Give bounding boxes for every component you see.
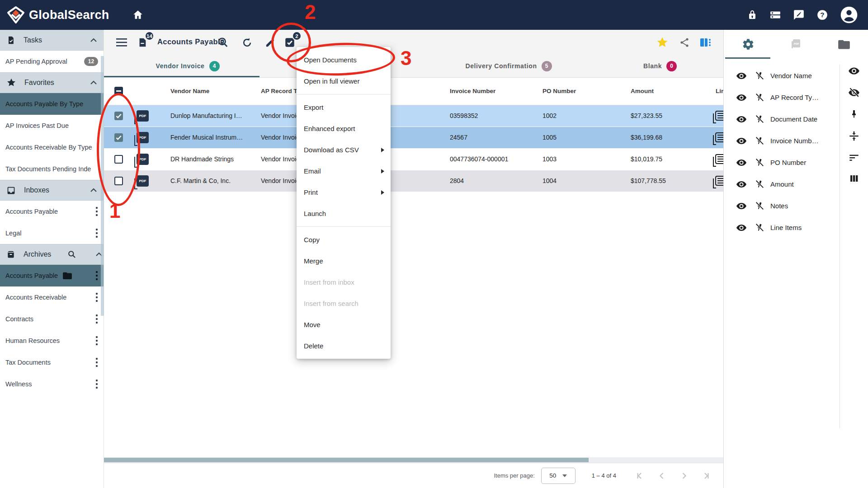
user-avatar[interactable]: [840, 6, 858, 24]
home-button[interactable]: [132, 9, 144, 21]
menu-item-download-csv[interactable]: Download as CSV: [297, 139, 391, 160]
sidebar-section-tasks[interactable]: Tasks: [0, 30, 104, 51]
table-row[interactable]: PDF Fender Musical Instrum… Vendor Invoi…: [104, 127, 723, 149]
sidebar-item-inbox-accounts-payable[interactable]: Accounts Payable: [0, 201, 104, 222]
search-again-button[interactable]: [216, 36, 230, 49]
kebab-menu-icon[interactable]: [95, 271, 98, 281]
row-checkbox-checked[interactable]: [114, 133, 123, 142]
share-button[interactable]: [678, 36, 691, 49]
vertical-align-center-icon[interactable]: [848, 130, 860, 142]
sidebar-item-inbox-legal[interactable]: Legal: [0, 222, 104, 244]
feedback-icon[interactable]: [793, 9, 805, 21]
menu-item-delete[interactable]: Delete: [297, 335, 391, 357]
sidebar-item-ap-pending-approval[interactable]: AP Pending Approval 12: [0, 51, 104, 72]
menu-item-enhanced-export[interactable]: Enhanced export: [297, 118, 391, 139]
column-header-vendor-name[interactable]: Vendor Name: [170, 88, 209, 94]
visibility-eye-icon[interactable]: [736, 179, 747, 190]
column-header-amount[interactable]: Amount: [631, 88, 654, 94]
sidebar-item-accounts-payable-by-type[interactable]: Accounts Payable By Type: [0, 93, 104, 115]
visibility-eye-icon[interactable]: [736, 157, 747, 168]
sidebar-item-archive-wellness[interactable]: Wellness: [0, 373, 104, 395]
show-all-eye-icon[interactable]: [848, 65, 860, 77]
menu-item-print[interactable]: Print: [297, 182, 391, 203]
line-items-icon[interactable]: [715, 111, 723, 121]
pin-off-icon[interactable]: [755, 136, 764, 146]
visibility-eye-icon[interactable]: [736, 136, 747, 146]
menu-hamburger-button[interactable]: [115, 36, 128, 49]
kebab-menu-icon[interactable]: [95, 357, 98, 367]
sidebar-section-archives[interactable]: Archives: [0, 244, 104, 265]
sidebar-section-favorites[interactable]: Favorites: [0, 72, 104, 93]
menu-item-export[interactable]: Export: [297, 97, 391, 118]
hide-all-eye-off-icon[interactable]: [848, 87, 860, 99]
pdf-document-icon[interactable]: PDF: [137, 132, 149, 143]
sort-lines-icon[interactable]: [848, 151, 860, 163]
menu-item-email[interactable]: Email: [297, 160, 391, 182]
row-checkbox-unchecked[interactable]: [114, 177, 123, 185]
page-size-select[interactable]: 50: [541, 468, 576, 484]
line-items-icon[interactable]: [715, 176, 723, 186]
visibility-eye-icon[interactable]: [736, 201, 747, 211]
help-icon[interactable]: ?: [816, 9, 828, 21]
sidebar-section-inboxes[interactable]: Inboxes: [0, 180, 104, 201]
column-view-button[interactable]: [699, 36, 712, 49]
pin-off-icon[interactable]: [755, 201, 764, 211]
tab-field-settings-gear-icon[interactable]: [740, 36, 756, 52]
menu-item-open-full-viewer[interactable]: Open in full viewer: [297, 70, 391, 92]
kebab-menu-icon[interactable]: [95, 336, 98, 346]
sidebar-item-accounts-receivable-by-type[interactable]: Accounts Receivable By Type: [0, 136, 104, 158]
selected-documents-button[interactable]: 2: [283, 36, 297, 49]
line-items-icon[interactable]: [715, 154, 723, 164]
kebab-menu-icon[interactable]: [95, 379, 98, 389]
kebab-menu-icon[interactable]: [95, 228, 98, 238]
menu-item-open-documents[interactable]: Open Documents: [297, 49, 391, 70]
edit-pencil-button[interactable]: [263, 36, 277, 49]
kebab-menu-icon[interactable]: [95, 292, 98, 302]
menu-item-move[interactable]: Move: [297, 314, 391, 335]
pdf-document-icon[interactable]: PDF: [137, 154, 149, 165]
last-page-button[interactable]: [701, 470, 712, 481]
visibility-eye-icon[interactable]: [736, 222, 747, 233]
scrollbar-thumb[interactable]: [104, 458, 589, 462]
menu-item-copy[interactable]: Copy: [297, 229, 391, 250]
sidebar-item-archive-tax-documents[interactable]: Tax Documents: [0, 352, 104, 373]
tab-delivery-confirmation[interactable]: Delivery Confirmation 5: [448, 54, 570, 78]
pdf-document-icon[interactable]: PDF: [137, 110, 149, 122]
row-checkbox-unchecked[interactable]: [114, 155, 123, 164]
kebab-menu-icon[interactable]: [95, 314, 98, 324]
lock-icon[interactable]: [747, 9, 758, 20]
sidebar-item-archive-contracts[interactable]: Contracts: [0, 308, 104, 330]
favorite-star-button[interactable]: [656, 36, 669, 49]
search-icon[interactable]: [67, 250, 76, 259]
tab-folder-icon[interactable]: [836, 36, 852, 52]
results-count-button[interactable]: 14: [136, 36, 149, 49]
visibility-eye-icon[interactable]: [736, 114, 747, 125]
previous-page-button[interactable]: [656, 470, 667, 481]
next-page-button[interactable]: [679, 470, 689, 481]
visibility-eye-icon[interactable]: [736, 70, 747, 81]
line-items-icon[interactable]: [715, 132, 723, 142]
sidebar-item-archive-human-resources[interactable]: Human Resources: [0, 330, 104, 352]
tab-document-viewer-pdf-icon[interactable]: PDF: [788, 36, 804, 52]
pin-off-icon[interactable]: [755, 71, 764, 81]
sidebar-item-tax-documents-pending[interactable]: Tax Documents Pending Inde: [0, 158, 104, 180]
table-row[interactable]: PDF DR Handmade Strings Vendor Invoice 0…: [104, 149, 723, 170]
pin-off-icon[interactable]: [755, 114, 764, 124]
pdf-document-icon[interactable]: PDF: [137, 175, 149, 187]
select-all-checkbox[interactable]: [114, 87, 123, 95]
sidebar-item-archive-accounts-payable[interactable]: Accounts Payable: [0, 265, 104, 286]
sidebar-scrollbar[interactable]: [101, 56, 104, 316]
storage-icon[interactable]: [769, 9, 781, 21]
menu-item-launch[interactable]: Launch: [297, 203, 391, 224]
pin-icon[interactable]: [848, 108, 860, 120]
tab-vendor-invoice[interactable]: Vendor Invoice 4: [131, 54, 244, 78]
table-row[interactable]: PDF Dunlop Manufacturing I… Vendor Invoi…: [104, 105, 723, 127]
column-header-invoice-number[interactable]: Invoice Number: [450, 88, 495, 94]
pin-off-icon[interactable]: [755, 179, 764, 189]
brand-logo[interactable]: GlobalSearch: [6, 5, 109, 24]
pin-off-icon[interactable]: [755, 158, 764, 168]
column-header-po-number[interactable]: PO Number: [542, 88, 576, 94]
tab-blank[interactable]: Blank 0: [624, 54, 696, 78]
sidebar-item-archive-accounts-receivable[interactable]: Accounts Receivable: [0, 286, 104, 308]
columns-view-icon[interactable]: [848, 173, 860, 184]
